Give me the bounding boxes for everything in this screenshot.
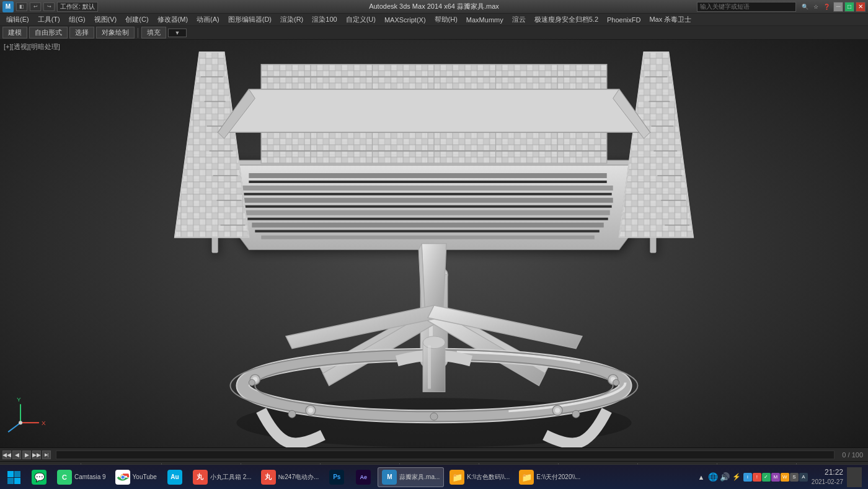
svg-point-105 — [121, 475, 124, 478]
explorer1-label: K:\\古色数码\\... — [467, 473, 510, 482]
menu-view[interactable]: 视图(V) — [91, 14, 121, 25]
menu-tools[interactable]: 工具(T) — [34, 14, 64, 25]
menu-graph-editor[interactable]: 图形编辑器(D) — [224, 14, 275, 25]
menu-render[interactable]: 渲染(R) — [277, 14, 307, 25]
search-input[interactable] — [697, 2, 796, 12]
tray-icon-network[interactable]: 🌐 — [708, 472, 718, 482]
icon-btn-1[interactable]: 🔍 — [800, 4, 810, 10]
timeline-bar: ◀◀ ◀ ▶ ▶▶ ▶| 0 / 100 — [0, 447, 868, 461]
main-area: [+][透视][明暗处理] — [0, 40, 868, 447]
workspace-selector[interactable]: 工作区: 默认 — [57, 2, 98, 12]
btn-model[interactable]: 建模 — [2, 27, 27, 38]
taskbar-camtasia[interactable]: C Camtasia 9 — [53, 467, 110, 487]
svg-marker-35 — [619, 52, 693, 238]
tray-purple-icon[interactable]: M — [771, 473, 780, 482]
svg-point-98 — [19, 421, 22, 424]
tray-green-icon[interactable]: ✓ — [762, 473, 771, 482]
tray-icon-power[interactable]: ⚡ — [732, 472, 742, 482]
menu-slim[interactable]: 极速瘦身安全归档5.2 — [531, 14, 602, 25]
menu-group[interactable]: 组(G) — [65, 14, 89, 25]
menu-maxscript[interactable]: MAXScript(X) — [381, 16, 430, 24]
taskbar-chrome[interactable]: YouTube — [112, 467, 161, 487]
maxeditor-label: 蒜瓣家具.ma... — [399, 473, 440, 482]
btn-fill[interactable]: 填充 — [141, 27, 166, 38]
title-bar-right: 🔍 ☆ ❓ ─ □ ✕ — [697, 2, 866, 12]
toolbar-extra[interactable]: ▼ — [168, 29, 187, 37]
camtasia-label: Camtasia 9 — [74, 473, 106, 480]
menu-phoenixfd[interactable]: PhoenixFD — [603, 16, 644, 24]
taskbar-xiaomao1[interactable]: 丸 小丸工具箱 2... — [189, 467, 255, 487]
taskbar-ps[interactable]: Ps — [324, 467, 349, 487]
timeline-end-btn[interactable]: ▶| — [42, 451, 51, 459]
tray-icon-expand[interactable]: ▲ — [696, 472, 706, 482]
svg-rect-101 — [7, 478, 14, 484]
show-desktop-btn[interactable] — [847, 467, 862, 487]
explorer1-icon: 📁 — [450, 470, 464, 485]
audition-icon: Au — [167, 470, 182, 485]
taskbar-xiaomao2[interactable]: 丸 №247电动办... — [257, 467, 323, 487]
timeline-frame-display: 0 / 100 — [837, 451, 868, 459]
tray-icon-volume[interactable]: 🔊 — [720, 472, 730, 482]
timeline-track[interactable] — [56, 451, 835, 459]
taskbar: 💬 C Camtasia 9 YouTube Au 丸 小丸工具箱 2... — [0, 464, 868, 489]
maximize-button[interactable]: □ — [844, 2, 854, 12]
taskbar-audition[interactable]: Au — [162, 467, 187, 487]
menu-maxmummy[interactable]: MaxMummy — [463, 16, 507, 24]
divider-1 — [138, 28, 138, 38]
btn-select[interactable]: 选择 — [69, 27, 94, 38]
svg-point-86 — [572, 410, 580, 418]
system-clock[interactable]: 21:22 2021-02-27 — [812, 468, 843, 486]
title-bar: M ◧ ↩ ↪ 工作区: 默认 Autodesk 3ds Max 2014 x6… — [0, 0, 868, 14]
svg-rect-99 — [7, 471, 14, 477]
menu-create[interactable]: 创建(C) — [122, 14, 152, 25]
svg-rect-102 — [14, 478, 20, 484]
svg-point-87 — [430, 413, 438, 420]
svg-text:X: X — [42, 419, 46, 426]
chair-model-svg: X Y — [0, 40, 868, 447]
taskbar-wechat[interactable]: 💬 — [27, 467, 51, 487]
svg-marker-68 — [422, 244, 446, 309]
tray-orange-icon[interactable]: W — [781, 473, 789, 482]
tray-red-icon[interactable]: ! — [753, 473, 761, 482]
title-bar-left: M ◧ ↩ ↪ 工作区: 默认 — [2, 1, 98, 12]
maxeditor-icon: M — [382, 470, 397, 485]
taskbar-ae[interactable]: Ae — [351, 467, 376, 487]
taskbar-explorer1[interactable]: 📁 K:\\古色数码\\... — [446, 467, 513, 487]
icon-btn-3[interactable]: ❓ — [822, 4, 832, 10]
menu-cloud[interactable]: 渲云 — [508, 14, 529, 25]
btn-freeform[interactable]: 自由形式 — [29, 27, 68, 38]
tray-gray-icon[interactable]: S — [790, 473, 799, 482]
tray-icons: ▲ 🌐 🔊 ⚡ i ! ✓ M W S A — [696, 472, 808, 482]
menu-modifier[interactable]: 修改器(M) — [154, 14, 192, 25]
tray-blue-icon[interactable]: i — [743, 473, 752, 482]
toolbar-icon-1[interactable]: ◧ — [16, 2, 27, 11]
menu-bar: 编辑(E) 工具(T) 组(G) 视图(V) 创建(C) 修改器(M) 动画(A… — [0, 14, 868, 26]
timeline-fwd-btn[interactable]: ▶▶ — [32, 451, 41, 459]
toolbar-icon-2[interactable]: ↩ — [30, 2, 41, 11]
svg-point-82 — [308, 408, 313, 413]
taskbar-3dsmax[interactable]: M 蒜瓣家具.ma... — [378, 467, 444, 487]
svg-marker-57 — [218, 89, 650, 133]
tray-dark-icon[interactable]: A — [799, 473, 808, 482]
timeline-play-btn[interactable]: ▶ — [22, 451, 31, 459]
toolbar-icon-3[interactable]: ↪ — [43, 2, 55, 11]
explorer2-icon: 📁 — [519, 470, 534, 485]
menu-customize[interactable]: 自定义(U) — [342, 14, 379, 25]
menu-edit[interactable]: 编辑(E) — [2, 14, 33, 25]
svg-rect-92 — [428, 346, 431, 389]
taskbar-explorer2[interactable]: 📁 E:\\天付2020\\... — [515, 467, 584, 487]
timeline-back-btn[interactable]: ◀ — [12, 451, 21, 459]
menu-animation[interactable]: 动画(A) — [193, 14, 223, 25]
minimize-button[interactable]: ─ — [833, 2, 843, 12]
viewport[interactable]: [+][透视][明暗处理] — [0, 40, 868, 447]
menu-antivirus[interactable]: Max 杀毒卫士 — [645, 14, 695, 25]
start-button[interactable] — [2, 467, 25, 487]
menu-render100[interactable]: 渲染100 — [308, 14, 340, 25]
icon-btn-2[interactable]: ☆ — [812, 4, 820, 10]
tray-extra-icons: i ! ✓ M W S A — [743, 473, 808, 482]
timeline-prev-btn[interactable]: ◀◀ — [2, 451, 11, 459]
menu-help[interactable]: 帮助(H) — [431, 14, 461, 25]
svg-line-97 — [8, 423, 20, 432]
close-button[interactable]: ✕ — [856, 2, 866, 12]
btn-objdraw[interactable]: 对象绘制 — [96, 27, 135, 38]
